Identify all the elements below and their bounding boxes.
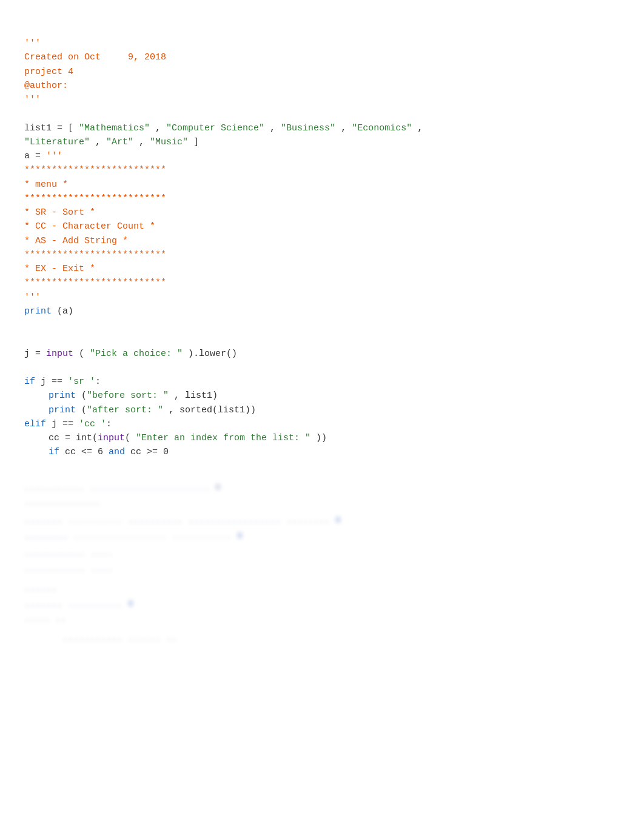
sr-string: 'sr '	[68, 377, 95, 387]
menu-stars1: **************************	[24, 163, 620, 177]
docstring-open-line: '''	[24, 36, 620, 50]
cc-text: * CC - Character Count *	[24, 221, 155, 232]
project-text: project 4	[24, 67, 73, 77]
stars3: **************************	[24, 250, 166, 260]
author-line: @author:	[24, 79, 620, 93]
docstring-close2: '''	[24, 292, 41, 303]
a-docstring-open: '''	[46, 151, 62, 161]
menu-stars2: **************************	[24, 192, 620, 206]
menu-center: * menu *	[24, 179, 68, 190]
print-keyword3: print	[49, 405, 76, 415]
if-cc-range-line: if cc <= 6 and cc >= 0	[24, 445, 620, 459]
input-builtin2: input	[98, 433, 125, 443]
after-sort-string: "after sort: "	[87, 405, 163, 415]
sr-text: * SR - Sort *	[24, 207, 95, 218]
cc-line: * CC - Character Count *	[24, 220, 620, 233]
blurred-line-1	[24, 464, 620, 478]
and-keyword: and	[109, 447, 125, 457]
pick-choice-string: "Pick a choice: "	[90, 349, 183, 359]
input-builtin: input	[46, 349, 73, 359]
project-line: project 4	[24, 65, 620, 79]
blank-line-4	[24, 361, 620, 375]
blurred-section: ........... ...................... 0 ...…	[24, 481, 620, 646]
cc-string: 'cc '	[79, 419, 106, 429]
menu-stars3: **************************	[24, 248, 620, 262]
elif-keyword: elif	[24, 419, 46, 429]
stars4: **************************	[24, 278, 166, 288]
created-line: Created on Oct 9, 2018	[24, 50, 620, 64]
stars1: **************************	[24, 165, 166, 175]
ex-text: * EX - Exit *	[24, 264, 95, 274]
code-editor: ''' Created on Oct 9, 2018 project 4 @au…	[24, 36, 620, 646]
list1-line2: "Literature" , "Art" , "Music" ]	[24, 135, 620, 149]
created-text: Created on Oct	[24, 52, 101, 62]
list1-line1: list1 = [ "Mathematics" , "Computer Scie…	[24, 121, 620, 135]
list1-math: "Mathematics"	[79, 123, 150, 133]
print-a-line: print (a)	[24, 304, 620, 318]
menu-stars4: **************************	[24, 276, 620, 290]
docstring-open: '''	[24, 38, 41, 49]
docstring-close1: '''	[24, 95, 41, 105]
print-after-line: print ("after sort: " , sorted(list1))	[24, 403, 620, 417]
as-text: * AS - Add String *	[24, 236, 128, 246]
index-string: "Enter an index from the list: "	[136, 433, 310, 443]
print-keyword: print	[24, 306, 52, 317]
j-var: j =	[24, 349, 46, 359]
menu-center-line: * menu *	[24, 178, 620, 192]
sr-line: * SR - Sort *	[24, 206, 620, 220]
print-keyword2: print	[49, 391, 76, 401]
list1-lit: "Literature"	[24, 137, 90, 147]
before-sort-string: "before sort: "	[87, 391, 169, 401]
list1-var: list1 = [	[24, 123, 79, 133]
blank-line-2	[24, 318, 620, 332]
if-keyword2: if	[49, 447, 59, 457]
ex-line: * EX - Exit *	[24, 262, 620, 276]
docstring-close1-line: '''	[24, 93, 620, 107]
cc-var: cc = int(	[49, 433, 98, 443]
if-sr-line: if j == 'sr ':	[24, 375, 620, 389]
blank-line-1	[24, 107, 620, 121]
j-input-line: j = input ( "Pick a choice: " ).lower()	[24, 347, 620, 361]
blank-line-3	[24, 332, 620, 346]
if-keyword1: if	[24, 377, 35, 387]
docstring-close2-line: '''	[24, 290, 620, 304]
cc-assign-line: cc = int(input( "Enter an index from the…	[24, 431, 620, 445]
as-line: * AS - Add String *	[24, 234, 620, 248]
author-text: @author:	[24, 81, 68, 91]
a-var: a =	[24, 151, 46, 161]
stars2: **************************	[24, 193, 166, 204]
a-assign-line: a = '''	[24, 149, 620, 163]
elif-cc-line: elif j == 'cc ':	[24, 417, 620, 431]
print-before-line: print ("before sort: " , list1)	[24, 389, 620, 403]
